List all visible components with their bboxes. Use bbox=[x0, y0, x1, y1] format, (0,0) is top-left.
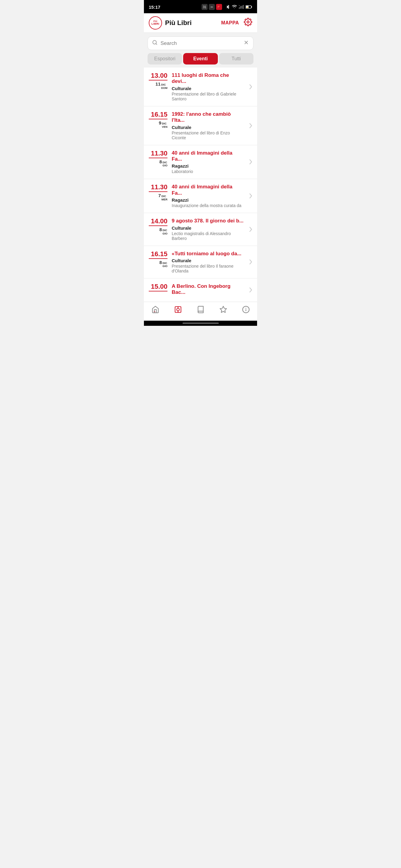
event-time-date: 15.00 bbox=[149, 283, 168, 297]
app-header: PIÙ LIBRI Più Libri MAPPA bbox=[144, 13, 257, 33]
book-icon bbox=[197, 306, 205, 313]
event-date: 9 DICven bbox=[159, 120, 168, 129]
event-item[interactable]: 11.30 7 DICmer 40 anni di Immagini della… bbox=[144, 179, 257, 213]
event-date-month: DICgio bbox=[162, 229, 168, 236]
svg-rect-7 bbox=[251, 6, 252, 7]
clear-search-icon[interactable] bbox=[244, 40, 249, 47]
event-time: 11.30 bbox=[151, 184, 168, 190]
event-content: «Tutti torniamo al luogo da... Culturale… bbox=[172, 251, 244, 273]
event-date-divider bbox=[149, 191, 168, 192]
app-name: Più Libri bbox=[165, 19, 192, 27]
event-title: 1992: l'anno che cambiò l'Ita... bbox=[172, 111, 244, 124]
chevron-right-icon bbox=[249, 150, 252, 174]
svg-text:⚡: ⚡ bbox=[246, 6, 249, 9]
event-date: 8 DICgio bbox=[159, 159, 168, 167]
event-date-num: 11 bbox=[155, 82, 161, 87]
event-item[interactable]: 11.30 8 DICgio 40 anni di Immagini della… bbox=[144, 145, 257, 179]
battery-icon: ⚡ bbox=[246, 5, 252, 9]
home-indicator-bar bbox=[182, 322, 219, 324]
status-icons: 31 ✂ 🚩 bbox=[202, 4, 252, 10]
event-time-date: 11.30 8 DICgio bbox=[149, 150, 168, 174]
tab-espositori[interactable]: Espositori bbox=[147, 53, 182, 64]
tabs-row: Espositori Eventi Tutti bbox=[144, 53, 257, 67]
event-date-month: DICven bbox=[162, 122, 168, 129]
event-description: Lectio magistralis di Alessandro Barbero bbox=[172, 231, 244, 241]
event-date-month: DICdom bbox=[161, 83, 168, 90]
status-bar: 15:17 31 ✂ 🚩 bbox=[144, 0, 257, 13]
event-time: 14.00 bbox=[151, 218, 168, 224]
event-date-num: 8 bbox=[159, 159, 162, 164]
chevron-right-icon bbox=[249, 218, 252, 241]
svg-marker-20 bbox=[220, 306, 227, 313]
events-icon bbox=[174, 306, 182, 313]
event-date: 8 DICgio bbox=[159, 227, 168, 236]
event-date-num: 8 bbox=[159, 260, 162, 265]
home-indicator bbox=[144, 321, 257, 326]
event-time-date: 13.00 11 DICdom bbox=[149, 72, 168, 101]
event-date-divider bbox=[149, 158, 168, 158]
event-date: 7 DICmer bbox=[159, 193, 168, 201]
chevron-right-icon bbox=[249, 283, 252, 297]
signal-icon bbox=[239, 5, 244, 9]
search-bar[interactable] bbox=[147, 36, 254, 50]
event-time-date: 11.30 7 DICmer bbox=[149, 184, 168, 208]
nav-info[interactable] bbox=[238, 304, 254, 315]
home-icon: PL bbox=[151, 306, 159, 313]
event-time: 15.00 bbox=[151, 283, 168, 290]
search-icon bbox=[152, 40, 157, 47]
tab-eventi[interactable]: Eventi bbox=[183, 53, 218, 64]
search-bar-wrapper bbox=[144, 33, 257, 53]
event-item[interactable]: 15.00 A Berlino. Con Ingeborg Bac... bbox=[144, 278, 257, 302]
event-category: Culturale bbox=[172, 125, 244, 130]
event-date-num: 8 bbox=[159, 227, 162, 232]
event-content: 9 agosto 378. Il giorno dei b... Cultura… bbox=[172, 218, 244, 241]
event-title: 40 anni di Immagini della Fa... bbox=[172, 184, 244, 196]
search-input[interactable] bbox=[161, 40, 240, 46]
event-date-divider bbox=[149, 225, 168, 226]
scissors-app-icon: ✂ bbox=[209, 4, 215, 10]
bottom-nav: PL bbox=[144, 302, 257, 321]
tab-tutti[interactable]: Tutti bbox=[219, 53, 254, 64]
system-icons: ⚡ bbox=[226, 4, 252, 10]
event-date-month: DICmer bbox=[162, 195, 168, 201]
event-title: 111 luoghi di Roma che devi... bbox=[172, 72, 244, 85]
mappa-button[interactable]: MAPPA bbox=[221, 20, 239, 26]
event-content: A Berlino. Con Ingeborg Bac... bbox=[172, 283, 244, 297]
event-category: Culturale bbox=[172, 258, 244, 263]
event-category: Ragazzi bbox=[172, 197, 244, 203]
event-description: Presentazione del libro di Enzo Ciconte bbox=[172, 130, 244, 140]
app-logo: PIÙ LIBRI Più Libri bbox=[149, 16, 192, 30]
nav-favorites[interactable] bbox=[216, 304, 231, 315]
event-item[interactable]: 16.15 9 DICven 1992: l'anno che cambiò l… bbox=[144, 106, 257, 145]
event-description: Laboratorio bbox=[172, 169, 244, 174]
nav-catalog[interactable] bbox=[193, 304, 208, 315]
event-date-divider bbox=[149, 119, 168, 119]
event-date: 8 DICgio bbox=[159, 260, 168, 268]
svg-text:PL: PL bbox=[153, 310, 156, 312]
event-title: «Tutti torniamo al luogo da... bbox=[172, 251, 244, 257]
event-date-num: 9 bbox=[159, 120, 161, 125]
event-category: Culturale bbox=[172, 225, 244, 230]
event-time-date: 16.15 9 DICven bbox=[149, 111, 168, 140]
svg-point-17 bbox=[176, 308, 179, 311]
settings-icon[interactable] bbox=[244, 18, 252, 28]
svg-point-10 bbox=[247, 21, 249, 23]
event-content: 1992: l'anno che cambiò l'Ita... Cultura… bbox=[172, 111, 244, 140]
bluetooth-icon bbox=[226, 4, 230, 10]
event-date-divider bbox=[149, 258, 168, 259]
event-item[interactable]: 14.00 8 DICgio 9 agosto 378. Il giorno d… bbox=[144, 213, 257, 246]
calendar-app-icon: 31 bbox=[202, 4, 208, 10]
header-right: MAPPA bbox=[221, 18, 252, 28]
event-content: 40 anni di Immagini della Fa... Ragazzi … bbox=[172, 184, 244, 208]
event-description: Presentazione del libro Il faraone d'Ola… bbox=[172, 264, 244, 273]
event-item[interactable]: 16.15 8 DICgio «Tutti torniamo al luogo … bbox=[144, 246, 257, 278]
wifi-icon bbox=[232, 5, 237, 9]
event-date-month: DICgio bbox=[162, 261, 168, 268]
nav-events[interactable] bbox=[170, 304, 185, 315]
event-item[interactable]: 13.00 11 DICdom 111 luoghi di Roma che d… bbox=[144, 67, 257, 106]
logo-circle: PIÙ LIBRI bbox=[149, 16, 162, 30]
event-time-date: 16.15 8 DICgio bbox=[149, 251, 168, 273]
event-description: Inaugurazione della mostra curata da bbox=[172, 203, 244, 208]
event-title: 9 agosto 378. Il giorno dei b... bbox=[172, 218, 244, 224]
nav-home[interactable]: PL bbox=[148, 304, 163, 315]
